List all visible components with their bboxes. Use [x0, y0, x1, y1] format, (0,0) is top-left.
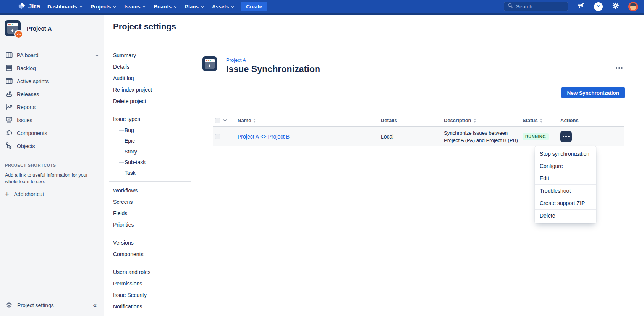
sync-page-header: Project A Issue Synchronization — [202, 56, 644, 74]
global-search[interactable] — [504, 2, 568, 11]
plus-icon: + — [5, 192, 9, 197]
sidebar-item-active-sprints[interactable]: Active sprints — [0, 75, 104, 88]
menu-item-create-support-zip[interactable]: Create support ZIP — [535, 197, 596, 209]
project-header[interactable]: <> Project A — [5, 20, 104, 36]
settings-nav-details[interactable]: Details — [104, 61, 196, 73]
sidebar-item-releases[interactable]: Releases — [0, 88, 104, 101]
sidebar-item-pa-board[interactable]: PA board — [0, 49, 104, 62]
settings-nav-priorities[interactable]: Priorities — [104, 219, 196, 231]
menu-item-delete[interactable]: Delete — [535, 210, 596, 222]
search-input[interactable] — [516, 4, 564, 10]
status-badge: RUNNING — [523, 133, 549, 140]
sort-icon — [253, 119, 256, 123]
column-header-status[interactable]: Status — [523, 118, 538, 123]
sidebar-item-reports[interactable]: Reports — [0, 101, 104, 114]
table-row: Project A <> Project B Local Synchronize… — [213, 127, 624, 146]
nav-menu-projects[interactable]: Projects — [86, 0, 120, 13]
settings-nav-workflows[interactable]: Workflows — [104, 185, 196, 196]
menu-item-troubleshoot[interactable]: Troubleshoot — [535, 185, 596, 197]
issue-types-tree: Bug Epic Story Sub-task Task — [104, 125, 196, 178]
settings-nav-notifications[interactable]: Notifications — [104, 301, 196, 312]
settings-nav-audit-log[interactable]: Audit log — [104, 73, 196, 84]
divider — [109, 110, 191, 110]
project-avatar — [202, 56, 217, 71]
settings-nav-epic[interactable]: Epic — [104, 135, 196, 146]
select-all-checkbox[interactable] — [215, 118, 220, 123]
settings-nav-fields[interactable]: Fields — [104, 208, 196, 219]
chevron-down-icon — [79, 4, 83, 7]
top-navigation-bar: Jira Dashboards Projects Issues Boards P… — [0, 0, 644, 13]
add-shortcut-button[interactable]: + Add shortcut — [5, 191, 100, 197]
help-button[interactable]: ? — [593, 2, 603, 11]
question-mark-icon: ? — [594, 2, 603, 11]
settings-nav-story[interactable]: Story — [104, 146, 196, 157]
sidebar-nav: PA board Backlog Active sprints Releases… — [0, 49, 104, 153]
chevron-down-icon — [95, 53, 99, 56]
nav-menu-dashboards[interactable]: Dashboards — [43, 0, 86, 13]
chart-line-icon — [5, 103, 13, 112]
settings-nav-sub-task[interactable]: Sub-task — [104, 157, 196, 168]
chevron-down-icon — [142, 4, 146, 7]
settings-nav-reindex-project[interactable]: Re-index project — [104, 84, 196, 95]
chevron-down-icon — [231, 4, 234, 7]
announcements-button[interactable] — [576, 2, 586, 11]
ship-icon — [5, 90, 13, 99]
sync-name-link[interactable]: Project A <> Project B — [238, 134, 290, 140]
megaphone-icon — [577, 2, 585, 11]
settings-nav-task[interactable]: Task — [104, 168, 196, 178]
sidebar-footer-project-settings[interactable]: Project settings « — [0, 298, 104, 313]
cursor-icon — [10, 27, 15, 34]
new-synchronization-button[interactable]: New Synchronization — [561, 87, 625, 98]
chevron-down-icon[interactable] — [223, 118, 227, 121]
sidebar-item-components[interactable]: Components — [0, 127, 104, 140]
sidebar-item-backlog[interactable]: Backlog — [0, 62, 104, 75]
gear-icon — [5, 301, 13, 310]
nav-menu-assets[interactable]: Assets — [208, 0, 238, 13]
page-title: Project settings — [113, 22, 644, 32]
nav-menu-boards[interactable]: Boards — [149, 0, 181, 13]
sidebar-item-objects[interactable]: Objects — [0, 140, 104, 153]
page-title-bar: Project settings — [104, 15, 644, 42]
menu-item-configure[interactable]: Configure — [535, 160, 596, 172]
brand-name: Jira — [28, 3, 40, 10]
settings-nav-delete-project[interactable]: Delete project — [104, 95, 196, 107]
settings-nav-components[interactable]: Components — [104, 248, 196, 260]
menu-item-stop-synchronization[interactable]: Stop synchronization — [535, 148, 596, 160]
row-actions-menu-button[interactable] — [560, 131, 572, 142]
code-badge-icon: <> — [14, 30, 23, 39]
row-actions-context-menu: Stop synchronization Configure Edit Trou… — [535, 146, 596, 223]
settings-nav: Summary Details Audit log Re-index proje… — [104, 42, 196, 316]
nav-menu-plans[interactable]: Plans — [181, 0, 208, 13]
row-checkbox[interactable] — [215, 134, 220, 139]
column-header-description[interactable]: Description — [444, 118, 471, 123]
objects-tree-icon — [5, 142, 13, 151]
column-header-name[interactable]: Name — [238, 118, 251, 123]
settings-nav-permissions[interactable]: Permissions — [104, 278, 196, 289]
create-button[interactable]: Create — [241, 2, 267, 11]
settings-nav-bug[interactable]: Bug — [104, 125, 196, 135]
settings-nav-issue-types[interactable]: Issue types — [104, 113, 196, 125]
user-avatar[interactable] — [628, 2, 638, 11]
settings-nav-users-and-roles[interactable]: Users and roles — [104, 266, 196, 278]
settings-nav-summary[interactable]: Summary — [104, 50, 196, 61]
shortcuts-heading: PROJECT SHORTCUTS — [5, 163, 100, 168]
settings-button[interactable] — [611, 2, 621, 11]
page-more-actions-button[interactable] — [613, 64, 625, 72]
sync-details: Local — [381, 134, 393, 140]
collapse-sidebar-icon[interactable]: « — [93, 301, 97, 309]
settings-nav-issue-security[interactable]: Issue Security — [104, 289, 196, 301]
sync-description: Synchronize issues between — [444, 129, 523, 137]
menu-item-edit[interactable]: Edit — [535, 172, 596, 184]
board-icon — [5, 51, 13, 60]
jira-logo[interactable]: Jira — [18, 2, 40, 11]
chevron-down-icon — [201, 4, 204, 7]
nav-menu-issues[interactable]: Issues — [120, 0, 149, 13]
table-header-row: Name Details Description Status — [213, 114, 624, 127]
chevron-down-icon — [174, 4, 177, 7]
breadcrumb-project-link[interactable]: Project A — [226, 57, 320, 63]
settings-nav-screens[interactable]: Screens — [104, 196, 196, 208]
settings-nav-versions[interactable]: Versions — [104, 237, 196, 248]
sidebar-item-issues[interactable]: Issues — [0, 114, 104, 127]
backlog-icon — [5, 64, 13, 73]
divider — [109, 181, 191, 182]
